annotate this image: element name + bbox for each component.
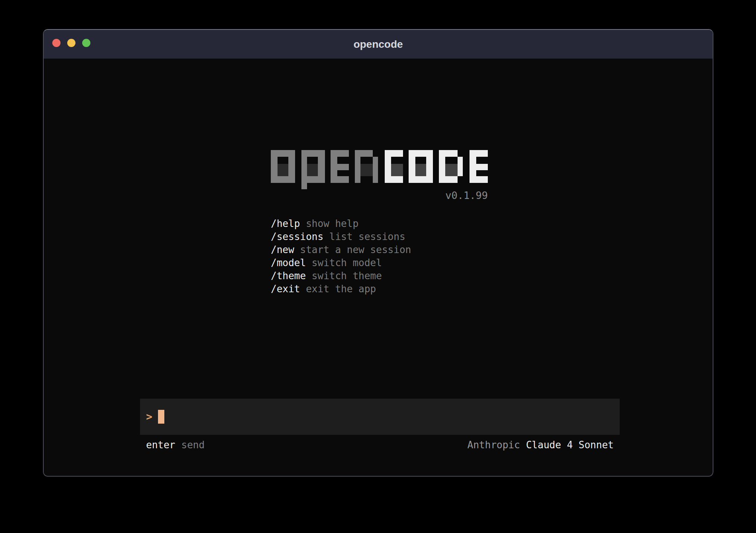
model-name: Claude 4 Sonnet <box>526 439 614 451</box>
model-indicator[interactable]: AnthropicClaude 4 Sonnet <box>467 439 614 451</box>
command-description: list sessions <box>329 231 406 242</box>
command-description: exit the app <box>306 283 376 294</box>
opencode-logo: opencode <box>271 150 488 190</box>
prompt-chevron: > <box>146 399 152 435</box>
command-item-exit[interactable]: /exit exit the app <box>271 283 411 296</box>
command-name: /help <box>271 218 300 229</box>
minimize-button[interactable] <box>67 39 75 47</box>
prompt-input[interactable]: > <box>140 399 620 435</box>
command-description: start a new session <box>300 244 411 255</box>
version-label: v0.1.99 <box>271 190 488 201</box>
window-titlebar[interactable]: opencode <box>44 30 713 59</box>
command-description: switch model <box>312 257 382 268</box>
opencode-window: opencode opencode <box>43 29 713 477</box>
logo-word-code <box>385 150 488 183</box>
command-item-help[interactable]: /help show help <box>271 217 411 230</box>
window-controls <box>52 39 90 47</box>
command-name: /sessions <box>271 231 323 242</box>
keybind-key: enter <box>146 439 175 451</box>
command-name: /model <box>271 257 306 268</box>
command-list: /help show help /sessions list sessions … <box>271 217 411 296</box>
command-item-model[interactable]: /model switch model <box>271 256 411 269</box>
window-title: opencode <box>353 38 403 50</box>
keybind-hint: entersend <box>146 439 205 451</box>
zoom-button[interactable] <box>82 39 90 47</box>
command-name: /new <box>271 244 294 255</box>
command-item-theme[interactable]: /theme switch theme <box>271 269 411 283</box>
model-provider: Anthropic <box>467 439 520 451</box>
command-item-new[interactable]: /new start a new session <box>271 243 411 256</box>
opencode-logo-svg: opencode <box>271 150 488 190</box>
close-button[interactable] <box>52 39 61 47</box>
command-name: /theme <box>271 270 306 281</box>
command-name: /exit <box>271 283 300 294</box>
status-bar: entersend AnthropicClaude 4 Sonnet <box>140 439 620 451</box>
command-description: switch theme <box>312 270 382 281</box>
text-cursor <box>158 410 164 424</box>
logo-word-open <box>271 150 378 189</box>
command-item-sessions[interactable]: /sessions list sessions <box>271 230 411 243</box>
keybind-action: send <box>181 439 205 451</box>
command-description: show help <box>306 218 359 229</box>
